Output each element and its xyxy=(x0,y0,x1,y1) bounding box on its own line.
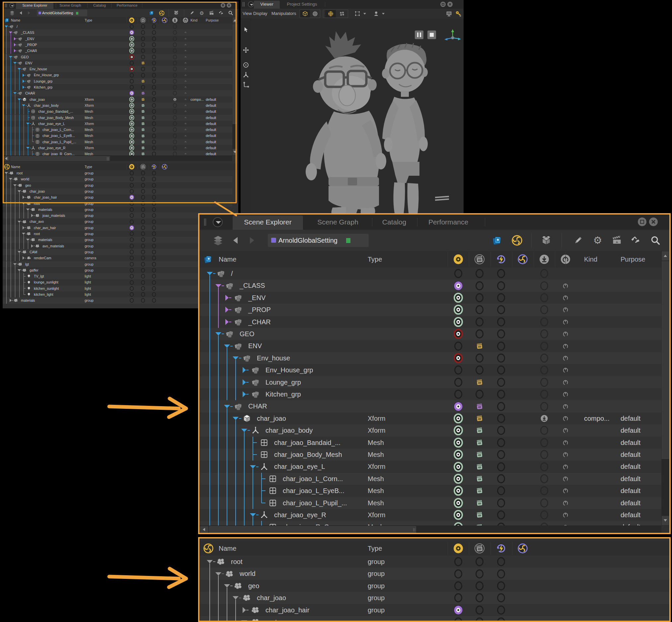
tree-row[interactable]: rootgroup xyxy=(199,556,669,567)
live-refresh-toggle[interactable] xyxy=(152,42,156,47)
panel-menu-button[interactable] xyxy=(248,1,254,7)
tree-row[interactable]: ENV xyxy=(3,60,232,66)
render-toggle[interactable] xyxy=(475,581,484,590)
horizontal-scrollbar[interactable] xyxy=(3,156,232,161)
panel-grip[interactable] xyxy=(6,4,7,7)
node-name[interactable]: Env_house xyxy=(30,66,47,72)
node-name[interactable]: GEO xyxy=(239,328,254,340)
tab-scene-explorer[interactable]: Scene Explorer xyxy=(241,214,294,230)
live-refresh-toggle[interactable] xyxy=(152,244,156,248)
menu-display[interactable]: Display xyxy=(253,9,267,19)
render-clapper-icon[interactable] xyxy=(140,17,146,23)
power-toggle[interactable] xyxy=(562,427,569,434)
expand-arrow[interactable] xyxy=(207,560,213,563)
live-refresh-toggle[interactable] xyxy=(497,342,506,351)
power-toggle[interactable] xyxy=(185,86,187,88)
download-toggle[interactable] xyxy=(172,79,177,83)
power-toggle[interactable] xyxy=(562,512,569,518)
tree-row[interactable]: char_joao_eye_RXformdefault xyxy=(3,145,232,151)
power-toggle[interactable] xyxy=(562,331,569,337)
live-refresh-toggle[interactable] xyxy=(497,450,506,459)
node-name[interactable]: root xyxy=(17,170,23,176)
visibility-state-icon[interactable] xyxy=(453,281,463,291)
gear-icon[interactable]: ⚙ xyxy=(199,10,205,16)
visibility-toggle[interactable] xyxy=(454,366,463,375)
render-toggle[interactable] xyxy=(141,268,146,273)
visibility-state-icon[interactable] xyxy=(129,139,134,144)
download-toggle[interactable] xyxy=(172,73,177,78)
render-state-icon[interactable] xyxy=(141,79,146,83)
expand-arrow[interactable] xyxy=(23,85,25,89)
column-type[interactable]: Type xyxy=(85,164,92,170)
column-type[interactable]: Type xyxy=(368,541,382,556)
expand-arrow[interactable] xyxy=(243,367,246,373)
visibility-toggle[interactable] xyxy=(129,213,134,218)
tab-viewer[interactable]: Viewer xyxy=(254,0,280,9)
axis-icon[interactable] xyxy=(242,81,250,89)
render-toggle[interactable] xyxy=(141,250,146,254)
visibility-toggle[interactable] xyxy=(454,593,463,602)
download-icon[interactable] xyxy=(172,17,178,23)
live-refresh-toggle[interactable] xyxy=(497,606,506,615)
node-name[interactable]: char_joao_L_Pupil_... xyxy=(42,139,76,145)
live-refresh-toggle[interactable] xyxy=(152,30,156,35)
tab-project-settings[interactable]: Project Settings xyxy=(280,0,324,9)
node-name[interactable]: root xyxy=(265,616,277,621)
node-name[interactable]: char_joao_Body_Mesh xyxy=(274,449,342,460)
expand-arrow[interactable] xyxy=(224,344,230,348)
visibility-state-icon[interactable] xyxy=(129,42,134,47)
node-name[interactable]: materials xyxy=(38,237,53,243)
location-field[interactable]: ArnoldGlobalSetting xyxy=(37,10,87,16)
search-icon[interactable] xyxy=(228,10,233,15)
visibility-eye-icon[interactable] xyxy=(453,254,463,265)
node-name[interactable]: char_joao_R_Corn... xyxy=(42,151,75,156)
download-toggle[interactable] xyxy=(540,293,549,302)
tree-row[interactable]: char_joao_eye_LXformdefault xyxy=(3,121,232,127)
visibility-toggle[interactable] xyxy=(129,183,134,188)
tree-row[interactable]: char_joao_bodyXformdefault xyxy=(3,102,232,108)
tree-row[interactable]: char_joaoXformcompo...default xyxy=(3,97,232,102)
render-toggle[interactable] xyxy=(141,36,146,41)
visibility-state-icon[interactable] xyxy=(453,486,463,496)
node-name[interactable]: CAM xyxy=(30,249,37,255)
render-toggle[interactable] xyxy=(141,201,146,206)
download-toggle[interactable] xyxy=(172,134,177,138)
render-toggle[interactable] xyxy=(475,557,484,566)
node-name[interactable]: _CLASS xyxy=(21,30,34,35)
visibility-state-icon[interactable] xyxy=(453,474,463,484)
live-refresh-toggle[interactable] xyxy=(152,55,156,59)
tree-row[interactable]: Kitchen_grp xyxy=(199,388,661,400)
live-refresh-toggle[interactable] xyxy=(152,145,156,150)
tree-row[interactable]: rootgroup xyxy=(3,170,232,176)
render-state-icon[interactable] xyxy=(475,378,484,387)
download-toggle[interactable] xyxy=(540,474,549,483)
download-toggle[interactable] xyxy=(540,378,549,387)
live-refresh-toggle[interactable] xyxy=(497,269,506,278)
tab-performance[interactable]: Performance xyxy=(422,214,475,230)
live-refresh-toggle[interactable] xyxy=(497,474,506,483)
render-state-icon[interactable] xyxy=(475,510,484,520)
visibility-state-icon[interactable] xyxy=(129,91,134,96)
render-toggle[interactable] xyxy=(475,389,484,399)
power-toggle[interactable] xyxy=(185,129,187,131)
visibility-eye-icon[interactable] xyxy=(453,543,463,554)
expand-arrow[interactable] xyxy=(225,307,229,313)
expand-arrow[interactable] xyxy=(23,256,25,260)
download-toggle[interactable] xyxy=(172,30,177,35)
location-value[interactable]: ArnoldGlobalSetting xyxy=(42,10,73,16)
visibility-state-icon[interactable] xyxy=(453,522,463,525)
tree-row[interactable]: Lounge_grp xyxy=(3,78,232,84)
visibility-toggle[interactable] xyxy=(129,286,134,291)
render-toggle[interactable] xyxy=(475,593,484,602)
render-toggle[interactable] xyxy=(475,366,484,375)
scroll-down-button[interactable] xyxy=(233,149,237,155)
render-toggle[interactable] xyxy=(141,24,146,29)
key-icon[interactable] xyxy=(455,10,461,17)
live-refresh-toggle[interactable] xyxy=(497,557,506,566)
tree-row[interactable]: char_joaogroup xyxy=(199,592,669,604)
download-toggle[interactable] xyxy=(540,353,549,363)
marquee-icon[interactable] xyxy=(354,11,360,16)
package-icon[interactable] xyxy=(173,10,179,16)
tree-row[interactable]: char_joao_Body_MeshMeshdefault xyxy=(199,449,661,460)
panel-grip[interactable] xyxy=(243,2,243,7)
